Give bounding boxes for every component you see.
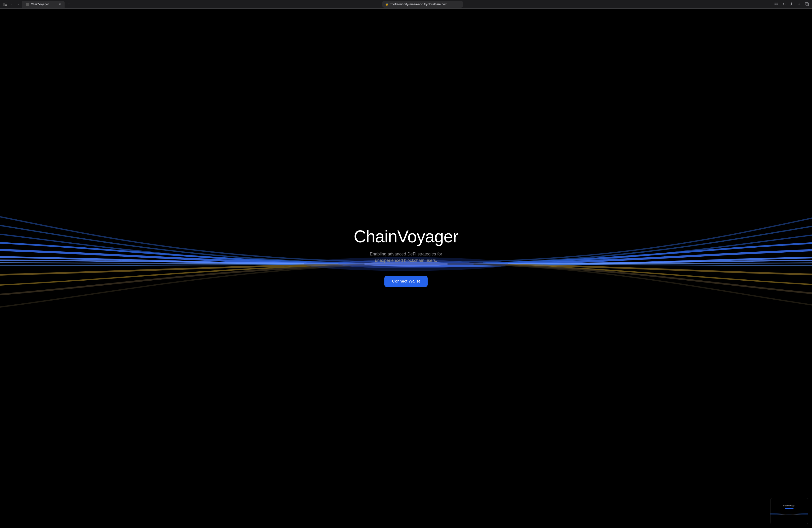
svg-rect-8 xyxy=(777,3,778,4)
svg-rect-4 xyxy=(774,3,776,3)
new-tab-button[interactable]: + xyxy=(66,1,72,8)
svg-rect-2 xyxy=(5,4,8,4)
reload-button[interactable]: ↻ xyxy=(781,1,787,8)
svg-rect-7 xyxy=(777,3,778,3)
sidebar-toggle-button[interactable] xyxy=(2,2,9,7)
browser-chrome: ‹ › ChainVoyager ✕ + 🔒 myrtle-modify-mes… xyxy=(0,0,812,9)
app-subtitle: Enabling advanced DeFi strategies for un… xyxy=(356,251,456,264)
tab-title: ChainVoyager xyxy=(31,3,49,6)
app-title: ChainVoyager xyxy=(354,227,458,246)
svg-rect-0 xyxy=(3,3,5,6)
svg-rect-1 xyxy=(5,3,8,3)
address-bar[interactable]: 🔒 myrtle-modify-mesa-and.trycloudflare.c… xyxy=(382,1,463,8)
mini-preview-button xyxy=(785,508,794,509)
tab-favicon xyxy=(26,3,29,6)
active-tab[interactable]: ChainVoyager ✕ xyxy=(22,1,64,8)
tab-close-button[interactable]: ✕ xyxy=(59,3,61,5)
svg-rect-11 xyxy=(806,3,808,5)
address-bar-container: 🔒 myrtle-modify-mesa-and.trycloudflare.c… xyxy=(72,1,773,8)
toolbar-right: ↻ + xyxy=(773,1,810,8)
show-tabs-button[interactable] xyxy=(803,1,810,8)
mini-preview-thumbnail: ChainVoyager xyxy=(770,498,808,524)
mini-preview-title: ChainVoyager xyxy=(783,505,795,507)
mini-preview-content: ChainVoyager xyxy=(770,498,808,524)
url-text: myrtle-modify-mesa-and.trycloudflare.com xyxy=(390,2,448,6)
page-content: ChainVoyager Enabling advanced DeFi stra… xyxy=(0,9,812,519)
svg-rect-3 xyxy=(5,5,8,6)
lock-icon: 🔒 xyxy=(385,3,389,6)
svg-rect-9 xyxy=(777,4,778,5)
add-bookmark-button[interactable]: + xyxy=(796,1,802,8)
share-button[interactable] xyxy=(788,1,795,8)
forward-button[interactable]: › xyxy=(15,1,22,8)
reader-mode-button[interactable] xyxy=(773,1,780,8)
connect-wallet-button[interactable]: Connect Wallet xyxy=(385,276,427,287)
hero-section: ChainVoyager Enabling advanced DeFi stra… xyxy=(354,227,458,287)
svg-rect-6 xyxy=(774,4,776,5)
back-button[interactable]: ‹ xyxy=(9,1,15,8)
svg-rect-5 xyxy=(774,3,776,4)
tab-bar: ‹ › ChainVoyager ✕ + 🔒 myrtle-modify-mes… xyxy=(0,0,812,9)
